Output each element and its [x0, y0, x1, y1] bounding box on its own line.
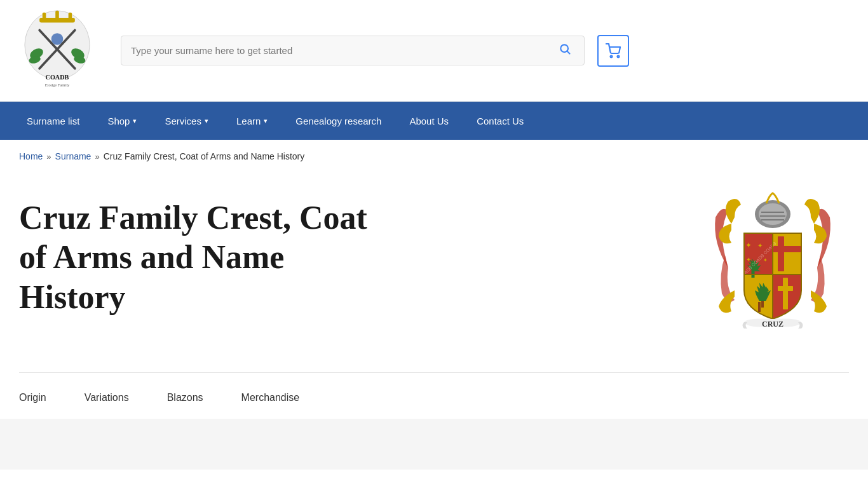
svg-rect-29	[758, 302, 761, 312]
svg-rect-27	[778, 236, 784, 271]
crest-image-area: ✦ ✦ ✦ ✦ COADB COADB COADB	[709, 192, 849, 347]
tab-variations[interactable]: Variations	[85, 392, 129, 406]
nav-learn[interactable]: Learn ▾	[222, 102, 281, 140]
breadcrumb-home[interactable]: Home	[19, 151, 43, 161]
svg-text:✦: ✦	[757, 242, 763, 249]
svg-rect-4	[39, 18, 75, 22]
svg-rect-28	[773, 246, 801, 252]
svg-text:CRUZ: CRUZ	[762, 320, 783, 329]
main-content: Cruz Family Crest, Coat of Arms and Name…	[0, 173, 868, 372]
header: COADB Elodge Family	[0, 0, 868, 102]
tabs-area: Origin Variations Blazons Merchandise	[0, 373, 868, 419]
site-logo[interactable]: COADB Elodge Family	[19, 10, 95, 92]
nav-shop[interactable]: Shop ▾	[93, 102, 151, 140]
title-area: Cruz Family Crest, Coat of Arms and Name…	[19, 186, 709, 317]
svg-line-15	[567, 51, 570, 54]
svg-text:✦: ✦	[745, 241, 752, 250]
svg-text:✦: ✦	[763, 257, 768, 263]
breadcrumb-sep-1: »	[46, 152, 51, 161]
search-input[interactable]	[131, 45, 555, 56]
main-nav: Surname list Shop ▾ Services ▾ Learn ▾ G…	[0, 102, 868, 140]
tab-merchandise[interactable]: Merchandise	[241, 392, 300, 406]
svg-point-11	[51, 33, 64, 45]
logo-area: COADB Elodge Family	[19, 10, 95, 92]
nav-services[interactable]: Services ▾	[151, 102, 222, 140]
svg-text:COADB: COADB	[46, 73, 69, 80]
svg-point-16	[611, 55, 613, 57]
svg-point-19	[759, 203, 787, 225]
bottom-area	[0, 419, 868, 470]
cruz-coat-of-arms: ✦ ✦ ✦ ✦ COADB COADB COADB	[709, 192, 836, 344]
cart-icon	[606, 43, 621, 58]
svg-rect-31	[761, 301, 764, 308]
search-icon	[559, 43, 571, 55]
tab-blazons[interactable]: Blazons	[167, 392, 203, 406]
search-box	[121, 36, 585, 65]
search-area	[121, 35, 629, 67]
nav-about-us[interactable]: About Us	[395, 102, 463, 140]
nav-genealogy-research[interactable]: Genealogy research	[281, 102, 395, 140]
chevron-down-icon: ▾	[133, 117, 137, 125]
tab-origin[interactable]: Origin	[19, 392, 46, 406]
nav-surname-list[interactable]: Surname list	[13, 102, 93, 140]
chevron-down-icon: ▾	[264, 117, 268, 125]
page-title: Cruz Family Crest, Coat of Arms and Name…	[19, 198, 369, 317]
chevron-down-icon: ▾	[205, 117, 208, 125]
svg-point-17	[618, 55, 620, 57]
cart-button[interactable]	[597, 35, 629, 67]
breadcrumb-surname[interactable]: Surname	[55, 151, 92, 161]
svg-rect-33	[778, 286, 793, 291]
svg-text:Elodge Family: Elodge Family	[45, 82, 70, 86]
search-button[interactable]	[555, 43, 574, 58]
svg-rect-32	[783, 278, 788, 309]
nav-contact-us[interactable]: Contact Us	[463, 102, 538, 140]
breadcrumb: Home » Surname » Cruz Family Crest, Coat…	[0, 140, 868, 173]
breadcrumb-current: Cruz Family Crest, Coat of Arms and Name…	[104, 151, 305, 161]
breadcrumb-sep-2: »	[95, 152, 99, 161]
